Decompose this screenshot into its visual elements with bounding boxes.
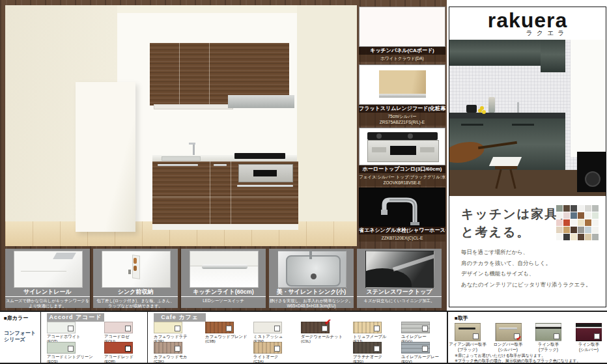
selected-check-icon: ✔ xyxy=(516,335,522,341)
door-seam xyxy=(179,43,180,105)
selected-check-icon: ✔ xyxy=(324,317,332,327)
color-mosaic xyxy=(556,205,599,241)
body-line: 毎日を過ごす場所だから、 xyxy=(461,247,591,258)
door-color-truffle-maple: トリュフメープル (E3J) xyxy=(353,322,402,333)
series-line: コンフォート xyxy=(4,330,36,337)
mosaic-chip xyxy=(578,234,584,240)
mosaic-chip xyxy=(563,205,570,212)
door-seam xyxy=(231,161,231,224)
drawer-handle xyxy=(214,164,227,166)
door-seam xyxy=(209,43,210,105)
feature-desc: LEDシーソースイッチ xyxy=(181,298,266,303)
color-code: (E3G) xyxy=(353,359,363,363)
product-spec: フェイス:シルバー トップ:ブラックグリル:水無両面 ZOOVK6R18VSE-… xyxy=(359,173,445,186)
desc-line: スムーズで静かな引出しがキッチンワークを xyxy=(5,298,90,303)
color-swatch xyxy=(401,342,430,354)
logo-block: rakuera ラクエラ xyxy=(449,7,606,40)
mosaic-chip xyxy=(578,212,584,219)
selection-band: ■扉カラー コンフォート シリーズ Accord アコード アコードホワイト (… xyxy=(0,311,607,364)
drawer-seam xyxy=(152,197,298,197)
sink-faucet xyxy=(309,251,312,259)
product-card-faucet: 省エネシングル水栓(シャワーホース付) ZZKB7120EX(C)CL-E xyxy=(359,188,445,242)
door-color-accord-red: アコードレッド (EQR) xyxy=(104,342,154,354)
product-card-cooktop: ホーロートップコンロ(3口/60cm) フェイス:シルバー トップ:ブラックグリ… xyxy=(359,128,445,186)
handle-position-marker xyxy=(175,326,180,331)
catalog-page: キッチンパネル(CAボード) ホワイトクラウド(DA) フラットスリムレンジフー… xyxy=(0,0,607,364)
mosaic-chip xyxy=(556,205,563,212)
handle-photo xyxy=(535,323,561,341)
feature-desc: スムーズで静かな引出しがキッチンワークを より快適にします。 xyxy=(5,298,90,308)
handle-position-marker xyxy=(594,333,600,339)
cooktop-image xyxy=(359,128,445,165)
photo-pot xyxy=(466,105,477,113)
faucet-image xyxy=(359,188,445,227)
burner xyxy=(376,133,382,139)
product-spec: ホワイトクラウド(DA) xyxy=(359,55,445,62)
divider xyxy=(147,312,148,363)
divider xyxy=(5,296,90,297)
mosaic-chip xyxy=(585,212,591,219)
cooktop-top xyxy=(367,132,438,140)
worktop-edge xyxy=(365,268,412,288)
spec-line: 75cm/シルバー xyxy=(359,113,445,119)
feature-card-stainless-worktop: ステンレスワークトップ キズが目立ちにくいコイニング加工。 xyxy=(357,249,442,308)
handle-line-black: ライン取手 (ブラック) xyxy=(529,323,568,341)
speaker-cone xyxy=(585,171,600,187)
silent-sink-image xyxy=(277,251,346,288)
cafe-ja: カフェ xyxy=(178,314,199,320)
accord-header: Accord アコード xyxy=(47,313,104,322)
range-hood xyxy=(228,95,294,108)
highlight xyxy=(393,253,434,271)
color-swatch xyxy=(353,322,382,333)
faucet-spout xyxy=(189,143,195,145)
color-swatch xyxy=(47,342,76,354)
sink-front-storage-image xyxy=(102,251,171,288)
mosaic-chip xyxy=(571,205,577,212)
silent-rail-image xyxy=(14,251,83,288)
range-hood-image xyxy=(359,64,445,105)
handle-photo: ✔ xyxy=(496,323,522,341)
door-color-accord-rose: アコードロゼ (EQU) xyxy=(104,322,154,333)
handle-position-marker xyxy=(274,326,280,331)
brand-logo-katakana: ラクエラ xyxy=(449,29,606,38)
knife-handle xyxy=(134,266,137,271)
feature-card-sink-front-storage: シンク前収納 包丁差し(ロック付き)、まな板、ふきん、 ラップなどが収納できます… xyxy=(93,249,178,308)
color-swatch xyxy=(205,322,234,333)
door-color-accord-white: アコードホワイト (EQT) xyxy=(47,322,96,333)
handle-position-marker xyxy=(554,333,559,339)
mosaic-chip xyxy=(578,227,584,233)
handle-position-marker xyxy=(68,346,74,352)
feature-title: ステンレスワークトップ xyxy=(357,288,442,296)
promo-body: 毎日を過ごす場所だから、 肩のチカラを抜いて、自分らしく。 デザインも機能もサイ… xyxy=(461,247,591,290)
product-card-kitchen-panel: キッチンパネル(CAボード) ホワイトクラウド(DA) xyxy=(359,7,445,62)
mosaic-chip xyxy=(556,234,563,240)
desc-line: LEDシーソースイッチ xyxy=(181,298,266,303)
photo-carafe xyxy=(488,97,495,113)
handle-iron-bar-black: アイアン調バー取手 (ブラック) xyxy=(448,323,487,341)
divider xyxy=(40,312,41,363)
mosaic-chip xyxy=(592,212,599,219)
mosaic-chip xyxy=(563,219,570,226)
feature-title: サイレントレール xyxy=(5,288,90,296)
handle-position-marker xyxy=(274,346,280,352)
feature-card-silent-rail: サイレントレール スムーズで静かな引出しがキッチンワークを より快適にします。 xyxy=(5,249,90,308)
under-cabinet-shelf xyxy=(154,104,233,109)
handle-line-silver: ライン取手 (シルバー) xyxy=(569,323,607,341)
promo-headline: キッチンは家具、 と考える。 xyxy=(461,205,572,242)
component-column: キッチンパネル(CAボード) ホワイトクラウド(DA) フラットスリムレンジフー… xyxy=(359,0,445,246)
mosaic-chip xyxy=(571,212,577,219)
door-color-label: ■扉カラー xyxy=(4,315,28,322)
handle-position-marker xyxy=(422,346,428,352)
product-title: キッチンパネル(CAボード) xyxy=(359,47,445,55)
knife-handle xyxy=(134,258,137,264)
feature-title: キッチンライト(60cm) xyxy=(181,288,266,296)
brand-panel: rakuera ラクエラ xyxy=(449,7,606,307)
desc-line: キズが目立ちにくいコイニング加工。 xyxy=(357,298,442,303)
divider xyxy=(93,296,178,297)
desc-line: 静けさを実現し、お手入れが簡単なシンク。 xyxy=(269,298,354,303)
color-swatch xyxy=(253,342,282,354)
color-code: (EQS) xyxy=(47,359,58,363)
spec-line: フェイス:シルバー トップ:ブラックグリル:水無両面 xyxy=(359,174,445,180)
photo-faucet xyxy=(517,102,519,113)
stainless-worktop-image xyxy=(365,251,434,288)
